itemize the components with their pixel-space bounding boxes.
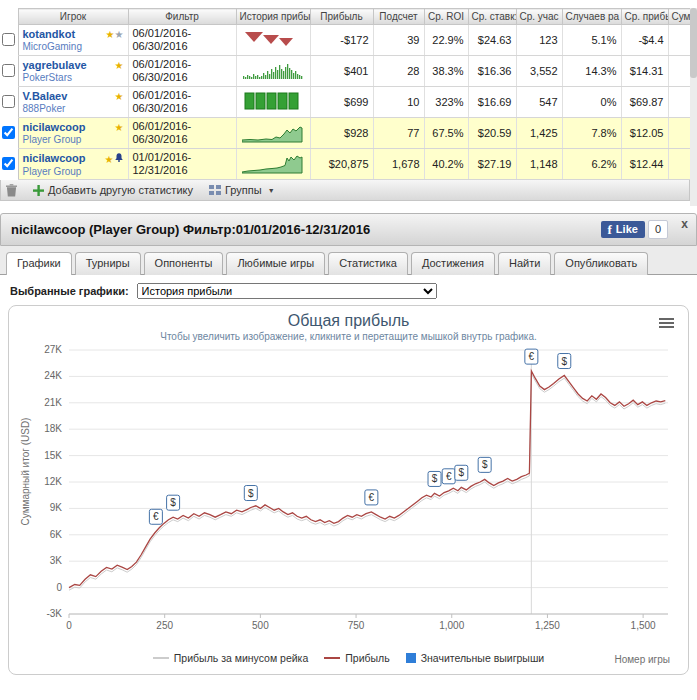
column-header[interactable]: Ср. учас — [516, 9, 562, 25]
tab-достижения[interactable]: Достижения — [411, 252, 495, 275]
table-scrollbar[interactable] — [690, 8, 697, 206]
cell-roi: 22.9% — [424, 25, 468, 56]
tab-любимые игры[interactable]: Любимые игры — [226, 252, 325, 275]
tab-турниры[interactable]: Турниры — [75, 252, 141, 275]
cell-stake: $24.63 — [468, 25, 516, 56]
player-site-link[interactable]: Player Group — [23, 134, 124, 145]
svg-text:0: 0 — [66, 620, 72, 631]
column-header[interactable]: Фильтр — [128, 9, 236, 25]
svg-text:3K: 3K — [50, 555, 63, 566]
groups-button[interactable]: Группы ▼ — [209, 184, 275, 196]
svg-text:15K: 15K — [44, 450, 62, 461]
cell-count: 10 — [373, 87, 424, 118]
svg-text:$: $ — [561, 356, 567, 367]
sparkline-area-icon — [242, 152, 304, 174]
svg-text:€: € — [153, 511, 159, 522]
cell-avg_profit: $12.05 — [621, 118, 668, 149]
panel-header: nicilawcoop (Player Group) Фильтр:01/01/… — [0, 213, 697, 246]
chart-type-select[interactable]: История прибыли — [137, 283, 437, 299]
column-header[interactable]: Ср. ставк: — [468, 9, 516, 25]
column-header[interactable]: Подсчет — [373, 9, 424, 25]
gold-star-icon: ★ — [115, 122, 124, 133]
add-statistic-button[interactable]: Добавить другую статистику — [33, 184, 193, 196]
gold-star-icon: ★ — [106, 29, 115, 40]
gray-star-icon: ★ — [115, 29, 124, 40]
player-site-link[interactable]: MicroGaming — [23, 41, 124, 52]
chart-menu-icon[interactable] — [659, 316, 674, 330]
cell-overlay: 14.3% — [562, 56, 621, 87]
svg-text:$: $ — [432, 473, 438, 484]
cell-entrants: 1,148 — [516, 149, 562, 180]
chart-selector-row: Выбранные графики: История прибыли — [0, 275, 697, 301]
svg-text:27K: 27K — [44, 344, 62, 355]
row-select-checkbox[interactable] — [2, 33, 15, 46]
tab-статистика[interactable]: Статистика — [328, 252, 408, 275]
sparkline-declining-icon — [242, 28, 304, 50]
legend-item[interactable]: Значительные выигрыши — [406, 652, 544, 664]
column-header[interactable]: Ср. прибы — [621, 9, 668, 25]
row-select-checkbox[interactable] — [2, 64, 15, 77]
cell-profit: -$172 — [310, 25, 373, 56]
cell-entrants: 3,552 — [516, 56, 562, 87]
facebook-like-button[interactable]: f Like — [601, 221, 645, 238]
svg-text:6K: 6K — [50, 529, 63, 540]
player-link[interactable]: kotandkot — [23, 28, 76, 40]
column-header[interactable]: История прибы — [236, 9, 310, 25]
player-link[interactable]: yagrebulave — [23, 59, 87, 71]
tab-опубликовать[interactable]: Опубликовать — [554, 252, 648, 275]
tab-графики[interactable]: Графики — [6, 252, 72, 275]
legend-item[interactable]: Прибыль за минусом рейка — [153, 652, 308, 664]
sparkline-bars-icon — [241, 59, 305, 81]
facebook-icon: f — [608, 224, 612, 235]
profit-history-cell — [236, 56, 310, 87]
like-count: 0 — [648, 220, 668, 239]
svg-text:$: $ — [170, 497, 176, 508]
player-link[interactable]: nicilawcoop — [23, 152, 86, 164]
profit-chart[interactable]: -3K03K6K9K12K15K18K21K24K27K02505007501,… — [13, 342, 682, 648]
add-statistic-label: Добавить другую статистику — [48, 184, 193, 196]
table-row: nicilawcoop★Player Group06/01/2016-06/30… — [0, 118, 690, 149]
player-cell: V.Balaev★888Poker — [18, 87, 128, 118]
legend-label: Значительные выигрыши — [421, 652, 544, 664]
svg-text:1,000: 1,000 — [439, 620, 464, 631]
player-site-link[interactable]: Player Group — [23, 166, 124, 177]
profit-history-cell — [236, 87, 310, 118]
column-header[interactable]: Случаев ра — [562, 9, 621, 25]
row-select-checkbox[interactable] — [2, 126, 15, 139]
cell-stake: $16.69 — [468, 87, 516, 118]
column-header[interactable]: Сумм — [668, 9, 690, 25]
tab-оппоненты[interactable]: Оппоненты — [144, 252, 224, 275]
cell-stake: $27.19 — [468, 149, 516, 180]
select-column-header — [0, 9, 18, 25]
player-site-link[interactable]: PokerStars — [23, 72, 124, 83]
profit-history-cell — [236, 118, 310, 149]
grid-icon — [209, 185, 221, 196]
svg-text:18K: 18K — [44, 423, 62, 434]
player-site-link[interactable]: 888Poker — [23, 103, 124, 114]
legend-item[interactable]: Прибыль — [324, 652, 389, 664]
row-select-checkbox[interactable] — [2, 157, 15, 170]
cell-avg_profit: $12.44 — [621, 149, 668, 180]
cell-entrants: 123 — [516, 25, 562, 56]
column-header[interactable]: Прибыль — [310, 9, 373, 25]
gold-star-icon: ★ — [105, 154, 114, 165]
cell-sum — [668, 25, 690, 56]
player-link[interactable]: V.Balaev — [23, 90, 68, 102]
player-detail-panel: nicilawcoop (Player Group) Фильтр:01/01/… — [0, 213, 697, 675]
chart-title: Общая прибыль — [13, 312, 684, 330]
close-icon[interactable]: x — [681, 217, 688, 231]
trash-icon[interactable] — [6, 184, 17, 197]
facebook-like-widget: f Like 0 — [601, 220, 668, 239]
cell-profit: $401 — [310, 56, 373, 87]
tab-найти[interactable]: Найти — [498, 252, 551, 275]
column-header[interactable]: Ср. ROI — [424, 9, 468, 25]
chevron-down-icon: ▼ — [268, 187, 275, 194]
cell-roi: 40.2% — [424, 149, 468, 180]
cell-roi: 323% — [424, 87, 468, 118]
player-link[interactable]: nicilawcoop — [23, 121, 86, 133]
filter-cell: 06/01/2016-06/30/2016 — [128, 87, 236, 118]
svg-text:1,250: 1,250 — [535, 620, 560, 631]
row-select-checkbox[interactable] — [2, 95, 15, 108]
filter-cell: 06/01/2016-06/30/2016 — [128, 56, 236, 87]
column-header[interactable]: Игрок — [18, 9, 128, 25]
